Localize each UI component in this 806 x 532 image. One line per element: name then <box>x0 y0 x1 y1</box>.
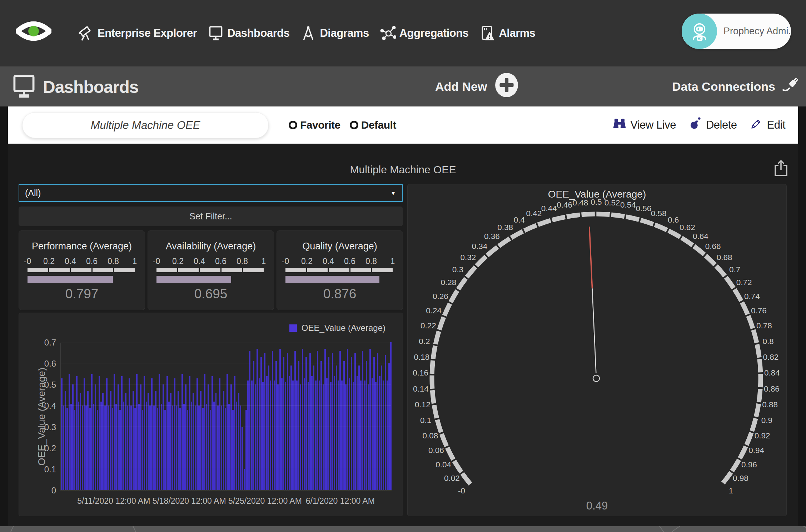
kpi-scale-segment <box>28 268 48 272</box>
bar <box>317 351 318 490</box>
bar <box>104 406 106 490</box>
nav-item-enterprise-explorer[interactable]: Enterprise Explorer <box>78 25 197 41</box>
kpi-scale-ticks: -00.20.40.60.81 <box>285 257 393 266</box>
alarm-tablet-icon <box>479 25 496 41</box>
x-tick-label: 6/1/2020 12:00 AM <box>306 496 375 506</box>
gauge-tick-label: 0.26 <box>433 292 448 301</box>
bar <box>270 381 271 491</box>
kpi-scale-bar <box>156 268 264 272</box>
machine-filter-dropdown[interactable]: (All) ▼ <box>19 184 403 202</box>
edit-pen-icon <box>749 116 763 134</box>
bar <box>311 376 313 490</box>
view-live-button[interactable]: View Live <box>612 116 676 134</box>
bar <box>251 381 253 491</box>
default-radio[interactable]: Default <box>350 119 396 131</box>
bar <box>193 393 194 490</box>
share-icon[interactable] <box>773 159 789 176</box>
bar <box>112 408 113 490</box>
bar <box>289 376 290 490</box>
nav-item-alarms[interactable]: Alarms <box>479 25 535 41</box>
gauge-tick-label: 0.58 <box>651 209 667 218</box>
kpi-tick-label: 0.4 <box>65 257 76 266</box>
bar <box>187 410 188 490</box>
gauge-needle <box>589 227 592 288</box>
delete-button[interactable]: Delete <box>688 116 737 134</box>
bar <box>195 406 196 490</box>
bar <box>198 406 200 490</box>
bar <box>332 353 333 490</box>
bar <box>115 404 117 491</box>
kpi-tick-label: 0.8 <box>237 257 248 266</box>
page-background-strip <box>0 526 806 532</box>
bar <box>181 374 183 490</box>
set-filter-button[interactable]: Set Filter... <box>19 207 403 226</box>
nav-item-dashboards[interactable]: Dashboards <box>208 25 289 41</box>
y-tick-label: 0.6 <box>20 359 56 369</box>
bar <box>61 378 63 491</box>
dropdown-selected-value: (All) <box>25 188 41 198</box>
bar <box>215 393 217 490</box>
bar <box>262 382 264 490</box>
plug-icon <box>780 76 799 97</box>
bar <box>133 391 134 490</box>
astronaut-avatar-icon <box>682 14 717 49</box>
data-connections-button[interactable]: Data Connections <box>672 66 801 106</box>
bar <box>102 393 104 490</box>
gauge-tick-label: 0.44 <box>541 204 557 213</box>
kpi-tick-label: 0.2 <box>172 257 184 266</box>
kpi-value-label: 0.797 <box>19 287 145 302</box>
gauge-tick-label: 0.68 <box>717 253 732 262</box>
nodes-icon <box>380 25 396 41</box>
bar <box>97 410 98 490</box>
bar <box>142 410 143 490</box>
favorite-radio[interactable]: Favorite <box>289 119 340 131</box>
kpi-tick-label: 0.4 <box>194 257 205 266</box>
radio-group: Favorite Default <box>289 106 396 144</box>
bar <box>334 376 335 490</box>
gauge-tick-label: 0.08 <box>423 431 438 440</box>
bar <box>264 353 265 490</box>
kpi-value-bar <box>285 276 379 283</box>
kpi-tick-label: 0.8 <box>365 257 377 266</box>
kpi-tick-label: 1 <box>133 257 137 266</box>
bar <box>202 408 204 490</box>
edit-label: Edit <box>767 119 785 131</box>
edit-button[interactable]: Edit <box>749 116 785 134</box>
dashboard-name-input[interactable] <box>22 112 269 138</box>
user-menu[interactable]: Prophecy Admi... <box>682 14 791 49</box>
bar <box>225 408 226 490</box>
monitor-icon <box>208 25 224 41</box>
bar <box>196 378 198 491</box>
kpi-gauge-row: Performance (Average)-00.20.40.60.810.79… <box>19 230 403 310</box>
bar <box>174 378 175 491</box>
gauge-tick-label: 0.86 <box>764 384 780 393</box>
gauge-tick-label: 0.72 <box>736 278 752 287</box>
kpi-scale-ticks: -00.20.40.60.81 <box>28 257 135 266</box>
bar <box>185 384 186 490</box>
add-new-button[interactable]: Add New <box>435 66 518 106</box>
bar <box>281 378 283 491</box>
gauge-tick-label: 0.84 <box>764 368 780 377</box>
bar <box>244 469 245 490</box>
legend-item[interactable]: OEE_Value (Average) <box>289 323 385 333</box>
nav-item-diagrams[interactable]: Diagrams <box>300 25 369 41</box>
kpi-scale-segment <box>372 268 393 272</box>
kpi-tick-label: 0.6 <box>344 257 355 266</box>
kpi-value-bar-track <box>285 276 393 283</box>
bar <box>144 376 145 490</box>
gridline <box>61 469 391 469</box>
kpi-value-bar <box>28 276 113 283</box>
gauge-tick-label: 0.34 <box>472 242 487 251</box>
kpi-title: Performance (Average) <box>19 241 145 252</box>
kpi-scale-ticks: -00.20.40.60.81 <box>156 257 264 266</box>
bar <box>74 410 75 490</box>
nav-item-aggregations[interactable]: Aggregations <box>380 25 469 41</box>
bar <box>390 342 392 490</box>
bar-chart-plot[interactable] <box>60 343 392 491</box>
bar <box>287 353 288 490</box>
brand-eye-logo[interactable] <box>16 19 51 44</box>
gauge-tick-label: 0.46 <box>557 200 572 209</box>
bar <box>69 374 70 490</box>
bar <box>274 381 275 491</box>
bar <box>89 408 91 490</box>
